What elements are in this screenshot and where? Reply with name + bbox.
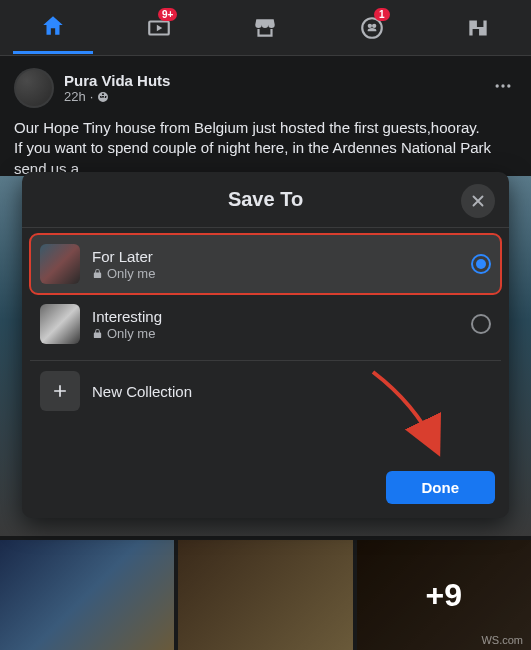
collection-row[interactable]: For Later Only me	[30, 234, 501, 294]
collection-text: Interesting Only me	[92, 308, 459, 341]
collection-text: For Later Only me	[92, 248, 459, 281]
privacy-label: Only me	[107, 266, 155, 281]
collection-privacy: Only me	[92, 326, 459, 341]
close-icon	[469, 192, 487, 210]
collection-name: Interesting	[92, 308, 459, 325]
radio-selected[interactable]	[471, 254, 491, 274]
save-to-modal: Save To For Later Only me	[22, 172, 509, 518]
modal-footer: Done	[22, 421, 509, 504]
collection-thumb	[40, 304, 80, 344]
collection-thumb	[40, 244, 80, 284]
modal-title: Save To	[228, 188, 303, 211]
modal-header: Save To	[22, 172, 509, 228]
collection-row[interactable]: Interesting Only me	[30, 294, 501, 354]
collection-list: For Later Only me Interesting Only me	[22, 228, 509, 360]
radio-unselected[interactable]	[471, 314, 491, 334]
collection-name: For Later	[92, 248, 459, 265]
lock-icon	[92, 328, 103, 339]
new-collection-row[interactable]: New Collection	[30, 360, 501, 421]
plus-icon	[50, 381, 70, 401]
plus-box	[40, 371, 80, 411]
lock-icon	[92, 268, 103, 279]
close-button[interactable]	[461, 184, 495, 218]
watermark: WS.com	[481, 634, 523, 646]
done-button[interactable]: Done	[386, 471, 496, 504]
modal-overlay: Save To For Later Only me	[0, 0, 531, 650]
privacy-label: Only me	[107, 326, 155, 341]
collection-privacy: Only me	[92, 266, 459, 281]
new-collection-label: New Collection	[92, 383, 192, 400]
